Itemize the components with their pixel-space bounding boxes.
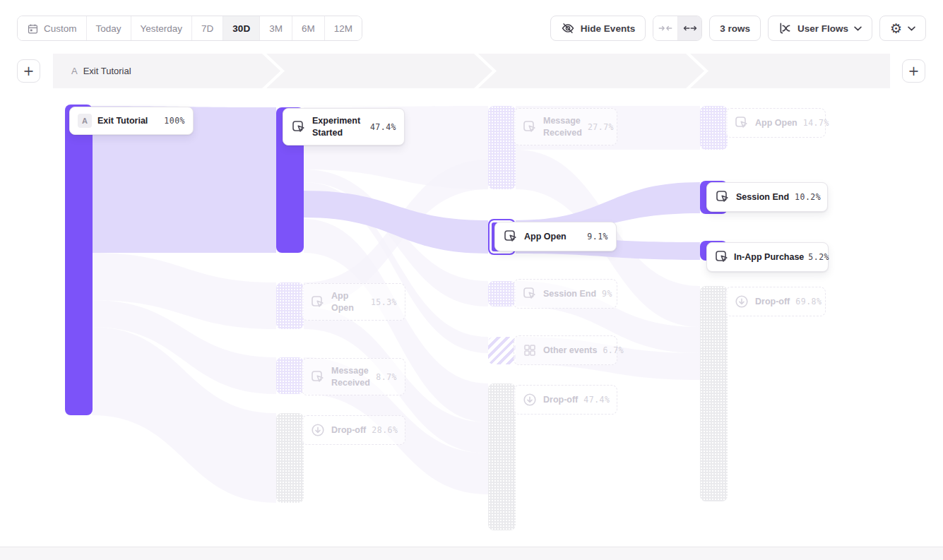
add-step-right-button[interactable]: +	[902, 59, 925, 83]
flow-node-title: Session End	[543, 288, 596, 300]
flow-node-bar-session-end[interactable]	[488, 281, 516, 306]
flow-node-percentage: 14.7%	[803, 118, 829, 128]
flow-node-percentage: 9.1%	[587, 232, 608, 242]
rows-button[interactable]: 3 rows	[709, 16, 761, 41]
other-events-icon	[522, 342, 538, 358]
expand-columns-button[interactable]	[677, 16, 701, 40]
flow-node-bar-drop-off[interactable]	[488, 383, 516, 530]
flow-node-card-drop-off[interactable]: Drop-off47.4%	[514, 385, 617, 415]
step-segment-3[interactable]	[478, 54, 704, 88]
event-icon	[310, 369, 326, 385]
flow-node-title: Drop-off	[755, 296, 790, 308]
arrows-expand-icon	[683, 24, 697, 32]
range-label: Custom	[44, 23, 77, 34]
flow-node-card-message-received[interactable]: Message Received27.7%	[514, 108, 617, 145]
event-icon	[715, 189, 730, 205]
drop-off-icon	[734, 294, 749, 309]
step-title: Exit Tutorial	[83, 66, 131, 76]
chevron-down-icon	[854, 26, 862, 31]
range-12m[interactable]: 12M	[324, 16, 362, 40]
flow-node-title: App Open	[524, 231, 581, 243]
flow-node-title: Message Received	[543, 115, 582, 138]
date-range-group: Custom Today Yesterday 7D 30D 3M 6M 12M	[17, 16, 362, 41]
flow-node-card-drop-off[interactable]: Drop-off69.8%	[725, 287, 826, 316]
flow-node-percentage: 10.2%	[795, 192, 821, 202]
flow-node-bar-other-events[interactable]	[488, 337, 516, 364]
step-letter-badge: A	[78, 114, 92, 128]
flow-node-card-app-open[interactable]: App Open14.7%	[725, 108, 826, 138]
toolbar: Custom Today Yesterday 7D 30D 3M 6M 12M …	[0, 0, 943, 51]
eye-off-icon	[561, 21, 575, 35]
flow-node-title: In-App Purchase	[734, 251, 804, 263]
flow-node-card-exit-tutorial[interactable]: AExit Tutorial100%	[69, 107, 194, 135]
flow-node-card-experiment-started[interactable]: Experiment Started47.4%	[283, 108, 405, 145]
flow-node-title: Drop-off	[331, 424, 366, 436]
flow-node-title: Session End	[736, 191, 789, 203]
bottom-strip	[0, 547, 943, 560]
sankey-links	[0, 88, 943, 547]
flow-node-percentage: 100%	[164, 116, 185, 126]
range-6m[interactable]: 6M	[292, 16, 324, 40]
flow-node-percentage: 15.3%	[371, 297, 397, 307]
flow-node-percentage: 28.6%	[372, 425, 398, 435]
hide-events-label: Hide Events	[581, 23, 635, 34]
sankey-canvas: AExit Tutorial100%Experiment Started47.4…	[0, 88, 943, 547]
calendar-icon	[27, 23, 39, 35]
step-label: A Exit Tutorial	[53, 54, 280, 88]
flow-node-card-other-events[interactable]: Other events6.7%	[514, 335, 617, 365]
flow-node-bar-drop-off[interactable]	[700, 286, 728, 501]
event-icon	[503, 229, 518, 244]
flow-link-faded	[92, 253, 276, 329]
flow-node-bar-message-received[interactable]	[488, 106, 516, 189]
flow-node-title: App Open	[755, 117, 797, 129]
arrows-collapse-icon	[658, 24, 672, 32]
flow-node-card-message-received[interactable]: Message Received8.7%	[302, 358, 405, 395]
event-icon	[522, 119, 538, 135]
flow-node-percentage: 6.7%	[603, 345, 624, 355]
flow-step-header: A Exit Tutorial	[53, 54, 890, 88]
view-selector-button[interactable]: User Flows	[768, 16, 872, 41]
user-flows-page: { "toolbar": { "ranges": ["Custom", "Tod…	[0, 0, 943, 560]
flow-node-bar-exit-tutorial[interactable]	[65, 105, 93, 415]
flow-node-card-session-end[interactable]: Session End10.2%	[706, 182, 828, 212]
flow-node-bar-drop-off[interactable]	[276, 413, 304, 503]
view-selector-label: User Flows	[797, 23, 848, 34]
range-today[interactable]: Today	[86, 16, 131, 40]
flow-node-percentage: 9%	[602, 289, 612, 299]
step-segment-1[interactable]: A Exit Tutorial	[53, 54, 280, 88]
flow-node-percentage: 8.7%	[376, 372, 397, 382]
flow-node-card-drop-off[interactable]: Drop-off28.6%	[302, 415, 405, 445]
event-icon	[734, 115, 749, 131]
step-badge: A	[71, 66, 78, 76]
event-icon	[310, 294, 326, 310]
range-7d[interactable]: 7D	[191, 16, 223, 40]
range-30d[interactable]: 30D	[223, 16, 259, 40]
flow-node-title: Drop-off	[543, 394, 578, 406]
flow-node-card-app-open[interactable]: App Open9.1%	[494, 222, 617, 251]
step-segment-2[interactable]	[266, 54, 492, 88]
event-icon	[714, 249, 730, 265]
user-flows-icon	[778, 22, 792, 35]
range-3m[interactable]: 3M	[259, 16, 292, 40]
collapse-columns-button[interactable]	[653, 16, 677, 40]
flow-node-title: App Open	[331, 290, 365, 314]
flow-node-card-session-end[interactable]: Session End9%	[514, 279, 617, 309]
flow-node-bar-app-open[interactable]	[700, 106, 728, 150]
flow-node-card-in-app-purchase[interactable]: In-App Purchase5.2%	[706, 242, 829, 272]
drop-off-icon	[310, 422, 326, 438]
flow-node-bar-message-received[interactable]	[276, 357, 304, 394]
toolbar-right: Hide Events	[550, 16, 926, 41]
settings-button[interactable]: ⚙	[879, 16, 926, 41]
step-segment-4[interactable]	[690, 54, 890, 88]
add-step-left-button[interactable]: +	[17, 59, 40, 83]
event-icon	[522, 286, 538, 302]
range-yesterday[interactable]: Yesterday	[131, 16, 192, 40]
flow-node-percentage: 69.8%	[795, 297, 822, 306]
flow-node-percentage: 47.4%	[370, 122, 396, 132]
flow-node-bar-app-open[interactable]	[276, 282, 304, 329]
hide-events-button[interactable]: Hide Events	[550, 16, 646, 41]
range-custom[interactable]: Custom	[18, 16, 86, 40]
flow-link-faded	[304, 182, 488, 353]
flow-node-card-app-open[interactable]: App Open15.3%	[302, 283, 405, 321]
flow-link-faded	[92, 300, 276, 394]
